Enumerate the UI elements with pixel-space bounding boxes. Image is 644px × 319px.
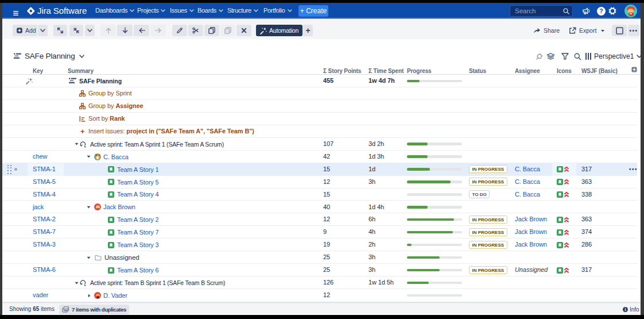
svg-text:x2: x2: [64, 307, 68, 310]
